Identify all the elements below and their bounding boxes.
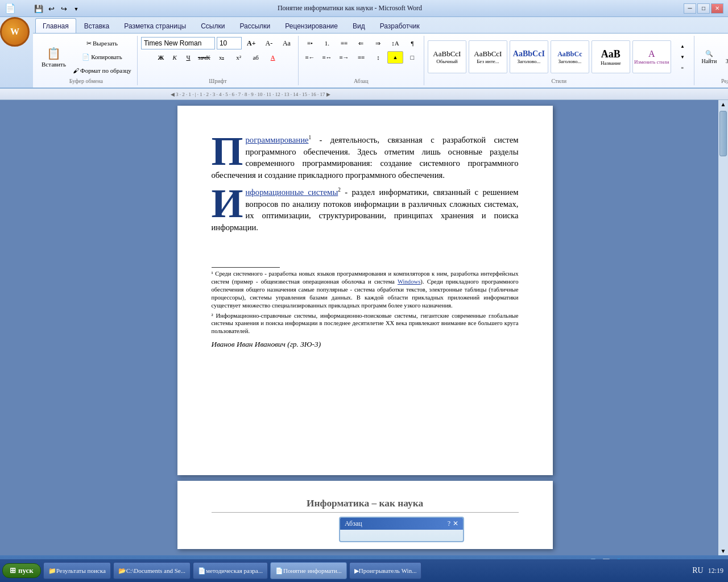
change-case-button[interactable]: Aa [279, 37, 295, 49]
scroll-down-button[interactable]: ▼ [719, 547, 727, 555]
font-grow-button[interactable]: A+ [243, 37, 259, 49]
subscript-button[interactable]: x₂ [214, 51, 230, 64]
customize-quick-button[interactable]: ▼ [71, 3, 82, 15]
style-change[interactable]: A Изменить стили [632, 40, 671, 73]
multilevel-button[interactable]: ≡≡ [336, 37, 352, 49]
sort-button[interactable]: ↕A [387, 37, 403, 49]
clipboard-label: Буфер обмена [39, 78, 134, 84]
font-name-input[interactable] [141, 37, 215, 49]
page2-heading: Информатика – как наука [212, 498, 519, 513]
scrollbar-thumb[interactable] [719, 111, 727, 156]
show-para-button[interactable]: ¶ [404, 37, 420, 49]
paragraph-label: Абзац [302, 78, 420, 84]
replace-button[interactable]: 🔄 Заменить [723, 48, 728, 66]
v-scrollbar[interactable]: ▲ ▼ [718, 100, 728, 555]
strikethrough-button[interactable]: зачК [196, 51, 213, 64]
tab-review[interactable]: Рецензирование [278, 19, 345, 33]
ruler: ◀ 3 · 2 · 1 · | · 1 · 2 · 3 · 4 · 5 · 6 … [0, 89, 728, 100]
decrease-indent-button[interactable]: ⇐ [353, 37, 369, 49]
line-spacing-button[interactable]: ↕ [370, 51, 386, 64]
font-group: A+ A- Aa Ж К Ч зачК x₂ x² аб А [138, 36, 299, 85]
tab-references[interactable]: Ссылки [194, 19, 231, 33]
style-scroll-up[interactable]: ▲ [675, 41, 690, 51]
save-quick-button[interactable]: 💾 [33, 3, 44, 15]
tab-page-layout[interactable]: Разметка страницы [117, 19, 193, 33]
app-container: 📄 Понятие информатики как науки - Micros… [0, 0, 728, 582]
tab-mailings[interactable]: Рассылки [233, 19, 277, 33]
style-heading1[interactable]: AaBbCcI Заголово... [510, 40, 548, 73]
format-painter-button[interactable]: 🖌 Формат по образцу [71, 64, 134, 77]
scroll-up-button[interactable]: ▲ [719, 100, 727, 109]
clipboard-secondary: ✂ Вырезать 📄 Копировать 🖌 Формат по обра… [71, 37, 134, 77]
superscript-button[interactable]: x² [231, 51, 247, 64]
align-center-button[interactable]: ≡↔ [319, 51, 335, 64]
cut-label: Вырезать [93, 40, 118, 47]
highlight-button[interactable]: аб [248, 51, 264, 64]
redo-quick-button[interactable]: ↪ [58, 3, 69, 15]
dialog-help-button[interactable]: ? [448, 519, 450, 528]
style-heading1-preview: AaBbCcI [513, 49, 545, 59]
taskbar-item-methodic[interactable]: 📄 методическая разра... [193, 562, 268, 579]
font-size-input[interactable] [217, 37, 242, 49]
title-controls: ─ □ ✕ [684, 3, 723, 14]
align-left-button[interactable]: ≡← [302, 51, 318, 64]
style-name-preview: AaB [601, 48, 621, 60]
footnote1-link[interactable]: Windows [398, 278, 420, 285]
doc-scroll-area[interactable]: П рограммирование1 - деятельность, связа… [11, 100, 718, 555]
bold-button[interactable]: Ж [155, 51, 167, 64]
editing-label: Редактирование [698, 78, 728, 84]
page-1: П рограммирование1 - деятельность, связа… [177, 106, 553, 475]
bullets-button[interactable]: ≡• [302, 37, 318, 49]
tab-developer[interactable]: Разработчик [373, 19, 427, 33]
para2-link[interactable]: нформационные системы [246, 188, 338, 197]
title-bar-left: 📄 [5, 3, 16, 14]
underline-button[interactable]: Ч [182, 51, 195, 64]
tab-view[interactable]: Вид [346, 19, 372, 33]
taskbar-item-player[interactable]: ▶ Проигрыватель Win... [349, 562, 422, 579]
style-change-label: Изменить стили [634, 59, 669, 65]
taskbar-search-label: Результаты поиска [56, 567, 106, 574]
paragraph-dialog: Абзац ? ✕ [339, 517, 464, 542]
italic-button[interactable]: К [168, 51, 181, 64]
numbering-button[interactable]: 1. [319, 37, 335, 49]
undo-quick-button[interactable]: ↩ [46, 3, 57, 15]
style-name[interactable]: AaB Название [592, 40, 630, 73]
taskbar-item-search[interactable]: 📁 Результаты поиска [43, 562, 111, 579]
tab-home[interactable]: Главная [35, 18, 76, 33]
start-icon: ⊞ [10, 566, 16, 575]
borders-button[interactable]: □ [404, 51, 420, 64]
format-painter-icon: 🖌 [73, 67, 79, 74]
align-right-button[interactable]: ≡→ [336, 51, 352, 64]
paste-button[interactable]: 📋 Вставить [39, 45, 69, 69]
copy-button[interactable]: 📄 Копировать [71, 51, 134, 63]
dialog-title: Абзац [345, 519, 362, 528]
para1-link[interactable]: рограммирование [246, 135, 309, 144]
justify-button[interactable]: ≡≡ [353, 51, 369, 64]
style-change-preview: A [648, 49, 655, 59]
close-button[interactable]: ✕ [711, 3, 723, 14]
find-icon: 🔍 [705, 50, 713, 57]
minimize-button[interactable]: ─ [684, 3, 696, 14]
dialog-close-button[interactable]: ✕ [453, 519, 458, 528]
taskbar-item-explorer[interactable]: 📂 C:\Documents and Se... [113, 562, 191, 579]
office-button[interactable]: W [0, 17, 30, 47]
window-title: Понятие информатики как науки - Microsof… [16, 4, 684, 13]
style-no-spacing[interactable]: AaBbCcI Без инте... [469, 40, 507, 73]
style-heading2-label: Заголово... [558, 59, 581, 64]
taskbar-player-icon: ▶ [354, 567, 359, 575]
fill-color-button[interactable]: ▲ [387, 51, 403, 64]
tab-insert[interactable]: Вставка [77, 19, 117, 33]
style-normal[interactable]: AaBbCcI Обычный [428, 40, 466, 73]
style-scroll-down[interactable]: ▼ [675, 52, 690, 62]
maximize-button[interactable]: □ [697, 3, 710, 14]
cut-button[interactable]: ✂ Вырезать [71, 37, 134, 49]
font-color-button[interactable]: А [265, 51, 281, 64]
paste-label: Вставить [42, 61, 66, 68]
style-heading2[interactable]: AaBbCc Заголово... [551, 40, 589, 73]
increase-indent-button[interactable]: ⇒ [370, 37, 386, 49]
find-button[interactable]: 🔍 Найти [698, 48, 721, 66]
taskbar-item-word[interactable]: 📄 Понятие информати... [270, 562, 347, 579]
font-shrink-button[interactable]: A- [261, 37, 277, 49]
start-button[interactable]: ⊞ пуск [2, 563, 41, 578]
style-expand[interactable]: ≡ [675, 63, 690, 73]
